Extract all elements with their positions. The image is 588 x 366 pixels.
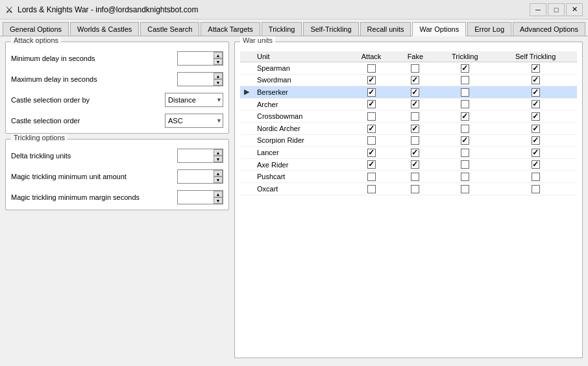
- fake-cell-2[interactable]: [395, 86, 436, 99]
- fake-cell-5[interactable]: [395, 122, 436, 134]
- magic-margin-up[interactable]: ▲: [214, 191, 223, 197]
- attack-checkbox-7[interactable]: [367, 149, 376, 157]
- table-row[interactable]: Lancer: [240, 147, 577, 159]
- fake-cell-8[interactable]: [395, 158, 436, 171]
- trickling-checkbox-10[interactable]: [461, 185, 469, 193]
- attack-checkbox-3[interactable]: [367, 100, 376, 108]
- trickling-checkbox-8[interactable]: [461, 160, 469, 169]
- tab-self-trickling[interactable]: Self-Trickling: [303, 22, 358, 36]
- attack-checkbox-5[interactable]: [367, 125, 376, 133]
- castle-order-by-select[interactable]: Distance Name ID: [165, 93, 223, 107]
- table-row[interactable]: Nordic Archer: [240, 122, 577, 134]
- trickling-checkbox-7[interactable]: [461, 149, 469, 157]
- trickling-cell-2[interactable]: [435, 86, 494, 99]
- attack-checkbox-6[interactable]: [367, 136, 376, 145]
- attack-cell-4[interactable]: [347, 110, 395, 123]
- table-row[interactable]: Oxcart: [240, 182, 577, 195]
- table-row[interactable]: Spearman: [240, 62, 577, 75]
- attack-cell-7[interactable]: [347, 147, 395, 159]
- trickling-cell-4[interactable]: [435, 110, 494, 123]
- attack-checkbox-9[interactable]: [367, 173, 376, 181]
- fake-checkbox-4[interactable]: [411, 112, 419, 121]
- fake-checkbox-9[interactable]: [411, 173, 419, 181]
- self-trickling-cell-8[interactable]: [494, 158, 577, 171]
- attack-checkbox-10[interactable]: [367, 185, 376, 193]
- trickling-checkbox-5[interactable]: [461, 125, 469, 133]
- fake-cell-0[interactable]: [395, 62, 436, 75]
- table-row[interactable]: Archer: [240, 98, 577, 110]
- self-trickling-checkbox-1[interactable]: [532, 76, 540, 84]
- table-row[interactable]: Axe Rider: [240, 158, 577, 171]
- self-trickling-cell-4[interactable]: [494, 110, 577, 123]
- self-trickling-checkbox-0[interactable]: [532, 64, 540, 73]
- trickling-cell-5[interactable]: [435, 122, 494, 134]
- self-trickling-cell-3[interactable]: [494, 98, 577, 110]
- trickling-cell-8[interactable]: [435, 158, 494, 171]
- self-trickling-checkbox-4[interactable]: [532, 112, 540, 121]
- attack-checkbox-8[interactable]: [367, 160, 376, 169]
- attack-cell-2[interactable]: [347, 86, 395, 99]
- magic-min-unit-up[interactable]: ▲: [214, 170, 223, 177]
- attack-checkbox-0[interactable]: [367, 64, 376, 73]
- attack-cell-3[interactable]: [347, 98, 395, 110]
- min-delay-input[interactable]: 3: [178, 52, 214, 65]
- attack-cell-9[interactable]: [347, 171, 395, 183]
- fake-checkbox-7[interactable]: [411, 149, 419, 157]
- self-trickling-cell-0[interactable]: [494, 62, 577, 75]
- self-trickling-cell-1[interactable]: [494, 74, 577, 86]
- self-trickling-cell-6[interactable]: [494, 134, 577, 147]
- minimize-button[interactable]: ─: [530, 3, 546, 16]
- fake-cell-9[interactable]: [395, 171, 436, 183]
- trickling-cell-1[interactable]: [435, 74, 494, 86]
- table-row[interactable]: Swordman: [240, 74, 577, 86]
- tab-advanced-options[interactable]: Advanced Options: [513, 22, 585, 36]
- trickling-cell-3[interactable]: [435, 98, 494, 110]
- attack-checkbox-2[interactable]: [367, 88, 376, 97]
- trickling-cell-10[interactable]: [435, 182, 494, 195]
- trickling-cell-0[interactable]: [435, 62, 494, 75]
- self-trickling-cell-7[interactable]: [494, 147, 577, 159]
- fake-checkbox-3[interactable]: [411, 100, 419, 108]
- fake-cell-7[interactable]: [395, 147, 436, 159]
- fake-checkbox-10[interactable]: [411, 185, 419, 193]
- self-trickling-cell-9[interactable]: [494, 171, 577, 183]
- close-button[interactable]: ✕: [566, 3, 583, 16]
- table-row[interactable]: Scorpion Rider: [240, 134, 577, 147]
- magic-margin-input[interactable]: 70: [178, 191, 214, 204]
- trickling-checkbox-0[interactable]: [461, 64, 469, 73]
- fake-checkbox-6[interactable]: [411, 136, 419, 145]
- tab-attack-targets[interactable]: Attack Targets: [201, 22, 260, 36]
- self-trickling-checkbox-10[interactable]: [532, 185, 540, 193]
- self-trickling-checkbox-5[interactable]: [532, 125, 540, 133]
- trickling-checkbox-9[interactable]: [461, 173, 469, 181]
- delta-trickling-input[interactable]: 28: [178, 149, 214, 162]
- self-trickling-checkbox-3[interactable]: [532, 100, 540, 108]
- magic-margin-down[interactable]: ▼: [214, 197, 223, 204]
- tab-general-options[interactable]: General Options: [3, 22, 69, 36]
- attack-cell-1[interactable]: [347, 74, 395, 86]
- delta-trickling-down[interactable]: ▼: [214, 156, 223, 162]
- attack-cell-10[interactable]: [347, 182, 395, 195]
- trickling-checkbox-6[interactable]: [461, 136, 469, 145]
- self-trickling-cell-5[interactable]: [494, 122, 577, 134]
- self-trickling-checkbox-7[interactable]: [532, 149, 540, 157]
- delta-trickling-up[interactable]: ▲: [214, 149, 223, 156]
- maximize-button[interactable]: □: [548, 3, 565, 16]
- attack-cell-6[interactable]: [347, 134, 395, 147]
- attack-checkbox-1[interactable]: [367, 76, 376, 84]
- max-delay-input[interactable]: 13: [178, 73, 214, 86]
- max-delay-up[interactable]: ▲: [214, 73, 223, 79]
- attack-cell-0[interactable]: [347, 62, 395, 75]
- table-row[interactable]: ▶ Berserker: [240, 86, 577, 99]
- fake-checkbox-0[interactable]: [411, 64, 419, 73]
- trickling-checkbox-3[interactable]: [461, 100, 469, 108]
- trickling-checkbox-1[interactable]: [461, 76, 469, 84]
- trickling-checkbox-4[interactable]: [461, 112, 469, 121]
- castle-order-select[interactable]: ASC DESC: [165, 114, 223, 128]
- table-row[interactable]: Pushcart: [240, 171, 577, 183]
- fake-cell-10[interactable]: [395, 182, 436, 195]
- attack-cell-8[interactable]: [347, 158, 395, 171]
- trickling-cell-7[interactable]: [435, 147, 494, 159]
- min-delay-up[interactable]: ▲: [214, 52, 223, 58]
- trickling-checkbox-2[interactable]: [461, 88, 469, 97]
